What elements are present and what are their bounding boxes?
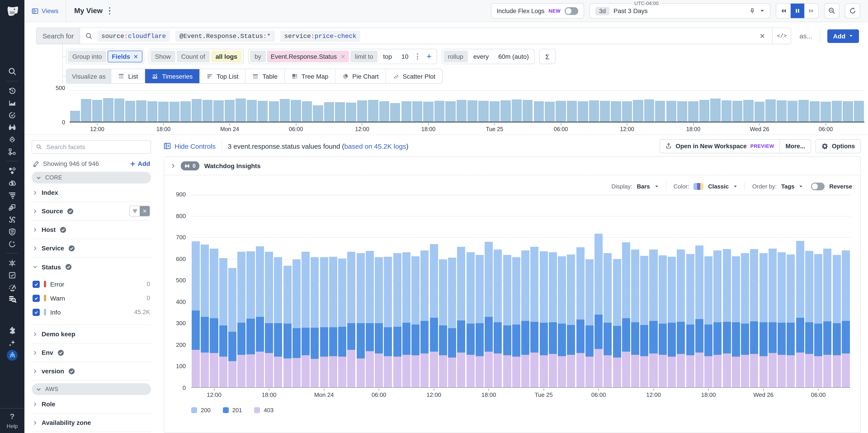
filter-icon[interactable] (130, 206, 140, 216)
watchdog-icon[interactable] (4, 121, 20, 133)
logs-icon[interactable] (4, 189, 20, 201)
chart-bar[interactable] (640, 195, 649, 388)
chart-bar[interactable] (302, 91, 312, 122)
chart-bar[interactable] (313, 91, 323, 122)
chart-bar[interactable] (401, 91, 411, 122)
chart-bar[interactable] (842, 195, 850, 388)
chart-bar[interactable] (677, 91, 687, 122)
query-chip[interactable]: @Event.Response.Status:* (176, 31, 275, 41)
chart-bar[interactable] (750, 195, 758, 388)
chart-bar[interactable] (247, 91, 257, 122)
chart-bar[interactable] (631, 195, 639, 388)
chart-bar[interactable] (478, 91, 489, 122)
add-group-icon[interactable]: + (423, 52, 435, 61)
chart-bar[interactable] (832, 91, 842, 122)
chart-bar[interactable] (668, 195, 676, 388)
layers-icon[interactable] (4, 133, 20, 146)
chart-bar[interactable] (103, 91, 113, 122)
ci-visibility-icon[interactable] (4, 109, 20, 121)
watchdog-insights-row[interactable]: 0 Watchdog Insights (164, 157, 860, 175)
chart-bar[interactable] (633, 91, 643, 122)
legend-item[interactable]: 201 (223, 407, 242, 413)
rum-icon[interactable] (4, 201, 20, 213)
chart-bar[interactable] (769, 195, 777, 388)
chart-bar[interactable] (821, 91, 831, 122)
chart-bar[interactable] (191, 91, 202, 122)
chart-bar[interactable] (778, 195, 786, 388)
chart-bar[interactable] (466, 195, 474, 388)
chart-bar[interactable] (335, 91, 345, 122)
chart-bar[interactable] (494, 195, 502, 388)
security-icon[interactable] (4, 225, 20, 238)
chart-bar[interactable] (81, 91, 91, 122)
query-chip[interactable]: source:cloudflare (97, 31, 170, 41)
mini-chart[interactable]: 0500 12:0018:00Mon 2406:0012:0018:00Tue … (24, 88, 868, 131)
remove-icon[interactable]: ✕ (133, 53, 138, 60)
edit-facets-icon[interactable] (33, 160, 39, 167)
count-of-label[interactable]: Count of (177, 51, 210, 62)
chart-bar[interactable] (393, 195, 401, 388)
flex-logs-toggle[interactable] (565, 7, 578, 15)
chart-bar[interactable] (390, 91, 400, 122)
status-value-error[interactable]: Error 0 (32, 277, 151, 291)
chart-bar[interactable] (329, 195, 337, 388)
cloud-cost-icon[interactable] (4, 177, 20, 189)
chart-bar[interactable] (695, 195, 703, 388)
search-icon[interactable] (4, 65, 20, 78)
chart-bar[interactable] (677, 195, 685, 388)
hide-controls-button[interactable]: Hide Controls (164, 142, 216, 150)
chart-bar[interactable] (375, 195, 383, 388)
chart-bar[interactable] (766, 91, 776, 122)
chart-bar[interactable] (423, 91, 434, 122)
chart-bar[interactable] (854, 91, 864, 122)
tab-timeseries[interactable]: Timeseries (145, 69, 199, 83)
color-select[interactable]: Classic (708, 183, 729, 190)
chart-bar[interactable] (666, 91, 676, 122)
facet-section-core[interactable]: CORE (32, 172, 151, 184)
facet-section-aws[interactable]: AWS (32, 383, 151, 395)
chart-bar[interactable] (754, 91, 765, 122)
help-icon[interactable]: ? (10, 412, 15, 421)
chart-bar[interactable] (644, 91, 654, 122)
chart-bar[interactable] (567, 195, 575, 388)
tab-pie-chart[interactable]: Pie Chart (335, 69, 385, 83)
status-value-warn[interactable]: Warn 0 (32, 291, 151, 305)
search-input[interactable]: source:cloudflare@Event.Response.Status:… (80, 28, 773, 44)
chart-bar[interactable] (347, 195, 355, 388)
backward-icon[interactable] (776, 4, 790, 18)
chevron-down-icon[interactable] (799, 184, 803, 188)
chart-bar[interactable] (613, 195, 621, 388)
tab-tree-map[interactable]: Tree Map (284, 69, 335, 83)
chart-bar[interactable] (457, 195, 465, 388)
timeseries-chart[interactable]: 0100200300400500600700800900 12:0018:00M… (168, 194, 852, 403)
chart-bar[interactable] (787, 195, 795, 388)
chart-bar[interactable] (247, 195, 255, 388)
chart-bar[interactable] (114, 91, 124, 122)
llm-observability-icon[interactable] (4, 238, 20, 250)
quality-gates-icon[interactable] (4, 269, 20, 281)
view-menu-kebab-icon[interactable] (109, 7, 111, 15)
chart-bar[interactable] (714, 195, 722, 388)
help-label[interactable]: Help (6, 423, 18, 429)
facet-host[interactable]: Host (32, 221, 151, 239)
open-in-new-workspace-button[interactable]: Open in New Workspace PREVIEW (660, 139, 780, 153)
chart-bar[interactable] (269, 91, 279, 122)
chart-bar[interactable] (556, 91, 566, 122)
chart-bar[interactable] (192, 195, 200, 388)
chart-bar[interactable] (759, 195, 767, 388)
tab-list[interactable]: List (112, 69, 145, 83)
chart-bar[interactable] (501, 91, 511, 122)
chart-bar[interactable] (710, 91, 720, 122)
chart-bar[interactable] (512, 91, 522, 122)
zoom-out-icon[interactable] (824, 3, 839, 19)
chart-bar[interactable] (412, 91, 423, 122)
tab-table[interactable]: Table (245, 69, 284, 83)
chart-bar[interactable] (545, 91, 555, 122)
chart-bar[interactable] (448, 195, 456, 388)
chart-bar[interactable] (280, 91, 290, 122)
checkbox-checked[interactable] (33, 308, 40, 316)
chart-bar[interactable] (776, 91, 786, 122)
query-chip[interactable]: service:price-check (280, 31, 360, 41)
chart-bar[interactable] (503, 195, 511, 388)
chart-bar[interactable] (379, 91, 389, 122)
